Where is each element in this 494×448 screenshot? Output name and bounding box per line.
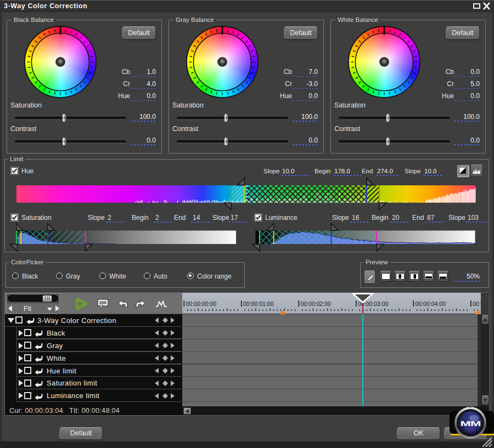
svg-text:00:00:01:00: 00:00:01:00 bbox=[243, 300, 274, 307]
svg-text:00:00:02:00: 00:00:02:00 bbox=[301, 300, 332, 307]
svg-text:00:00:04:00: 00:00:04:00 bbox=[416, 300, 446, 307]
svg-text:00:00:05:00: 00:00:05:00 bbox=[473, 300, 481, 307]
svg-text:00:00:00:00: 00:00:00:00 bbox=[186, 300, 217, 307]
svg-text:MM: MM bbox=[461, 419, 481, 427]
